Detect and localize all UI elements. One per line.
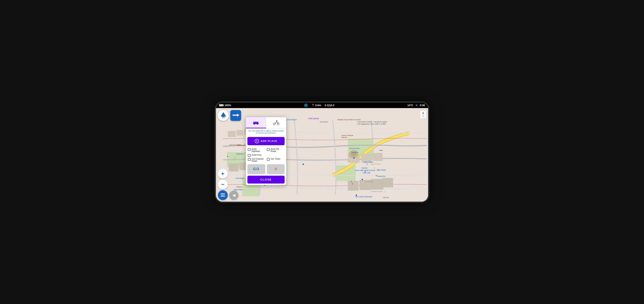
svg-rect-25 — [256, 122, 258, 123]
battery-percent: 100% — [224, 104, 231, 107]
map-dot — [353, 157, 355, 158]
status-center: 🌐 📍 5.0m 2.1(!)2.2 — [304, 104, 334, 107]
option-use-tracks[interactable]: Use Tracks — [267, 158, 284, 162]
label-avoid-highways: Avoid Highways — [252, 148, 265, 152]
turn-button[interactable] — [230, 110, 241, 121]
swipe-hint: You can swipe left or right to delete an… — [246, 129, 286, 135]
close-button[interactable]: CLOSE — [248, 176, 284, 183]
status-left: 100% — [219, 104, 231, 107]
time: 0:36 — [420, 104, 425, 107]
svg-point-28 — [273, 123, 275, 125]
svg-rect-14 — [348, 181, 358, 190]
menu-button[interactable] — [218, 190, 228, 200]
option-avoid-ferry[interactable]: Avoid Ferry — [248, 154, 284, 157]
restaurant-marker: 🍴 — [378, 180, 381, 182]
map-star-marker: ★ — [234, 156, 236, 158]
go-button[interactable]: GO — [248, 164, 265, 174]
speed-info: 2.1(!)2.2 — [325, 104, 334, 107]
label-use-unpaved-roads: Use Unpaved Roads — [252, 158, 265, 162]
zoom-out-button[interactable]: − — [218, 180, 228, 189]
bluetooth-icon: ⭘ — [415, 104, 418, 107]
phone-frame: 100% 🌐 📍 5.0m 2.1(!)2.2 14°C ⭘ 0:36 — [215, 101, 429, 203]
checkbox-use-tracks[interactable] — [267, 158, 270, 161]
svg-rect-12 — [361, 154, 372, 162]
gps-accuracy: 📍 5.0m — [311, 104, 321, 107]
checkbox-use-unpaved-roads[interactable] — [248, 158, 250, 161]
restaurant-marker: 🍺 — [371, 163, 373, 165]
restaurant-marker: 🍷 — [377, 169, 379, 171]
map-dot — [356, 194, 357, 196]
svg-rect-16 — [371, 179, 384, 189]
label-avoid-toll-roads: Avoid Toll Roads — [271, 148, 284, 152]
add-place-label: ADD PLACE — [260, 140, 277, 143]
restaurant-marker: ✕ — [352, 183, 353, 185]
option-use-unpaved-roads[interactable]: Use Unpaved Roads — [248, 158, 265, 162]
checkbox-avoid-toll-roads[interactable] — [267, 148, 270, 151]
menu-line — [221, 193, 225, 194]
option-avoid-toll-roads[interactable]: Avoid Toll Roads — [267, 148, 284, 152]
map-current-location — [227, 156, 228, 157]
menu-line — [221, 196, 225, 197]
svg-rect-13 — [373, 153, 382, 161]
back-icon: ◀ — [232, 193, 236, 197]
action-row: GO ✕ — [248, 164, 284, 174]
temperature: 14°C — [408, 104, 413, 107]
map-container: ★ ★ ★ 🍴 ☕ 🍷 ✕ ✕ 🍺 🍴 🍷 🍴 ☕ 🍴 Alle Carrett… — [216, 108, 428, 202]
map-dot — [302, 163, 304, 165]
svg-rect-5 — [228, 131, 236, 137]
battery-icon — [219, 104, 224, 106]
tab-bike[interactable] — [266, 117, 286, 128]
menu-line — [221, 195, 225, 195]
restaurant-marker: 🍷 — [375, 174, 377, 177]
globe-icon: 🌐 — [304, 104, 308, 107]
svg-point-22 — [254, 124, 255, 125]
add-place-button[interactable]: + ADD PLACE — [248, 137, 284, 145]
restaurant-marker: 🍴 — [360, 167, 363, 169]
nav-buttons: 3D — [218, 110, 241, 121]
cancel-button[interactable]: ✕ — [267, 164, 285, 174]
label-avoid-ferry: Avoid Ferry — [252, 154, 262, 156]
restaurant-marker: 🍴 — [383, 191, 386, 193]
zoom-controls: + − — [218, 169, 228, 189]
svg-point-23 — [257, 124, 258, 125]
status-right: 14°C ⭘ 0:36 — [408, 104, 425, 107]
back-button[interactable]: ◀ — [229, 191, 238, 200]
option-row-2: Use Unpaved Roads Use Tracks — [248, 158, 284, 162]
tab-car[interactable] — [246, 117, 266, 128]
svg-rect-24 — [254, 122, 256, 123]
add-place-circle-icon: + — [255, 139, 259, 143]
turn-icon — [232, 113, 239, 118]
cancel-icon: ✕ — [274, 167, 278, 172]
transport-tabs — [246, 117, 286, 129]
svg-rect-15 — [360, 180, 371, 190]
svg-rect-26 — [253, 123, 254, 123]
svg-rect-27 — [258, 123, 259, 123]
route-modal: You can swipe left or right to delete an… — [246, 117, 286, 185]
nav-3d-button[interactable]: 3D — [218, 110, 229, 121]
scale-indicator: 0 m — [420, 111, 426, 118]
svg-rect-6 — [236, 130, 243, 135]
options-section: Avoid Highways Avoid Toll Roads Avoid Fe… — [246, 147, 286, 164]
nav-arrow-icon — [221, 112, 226, 117]
option-row-1: Avoid Highways Avoid Toll Roads Avoid Fe… — [248, 148, 284, 157]
svg-rect-17 — [382, 178, 393, 187]
svg-rect-9 — [229, 163, 238, 171]
svg-rect-20 — [233, 115, 236, 116]
restaurant-marker: ✕ — [350, 180, 352, 182]
label-use-tracks: Use Tracks — [271, 158, 280, 160]
svg-point-19 — [351, 152, 356, 156]
bike-icon — [272, 120, 280, 126]
map-dot — [362, 179, 363, 180]
checkbox-avoid-ferry[interactable] — [248, 154, 250, 157]
car-icon — [252, 120, 260, 125]
checkbox-avoid-highways[interactable] — [248, 148, 250, 151]
restaurant-marker: ☕ — [364, 170, 366, 173]
zoom-in-button[interactable]: + — [218, 169, 228, 179]
status-bar: 100% 🌐 📍 5.0m 2.1(!)2.2 14°C ⭘ 0:36 — [216, 103, 428, 108]
nav-3d-label: 3D — [222, 116, 224, 119]
restaurant-marker: ☕ — [366, 163, 368, 165]
option-avoid-highways[interactable]: Avoid Highways — [248, 148, 265, 152]
restaurant-marker: 🍴 — [373, 167, 376, 169]
